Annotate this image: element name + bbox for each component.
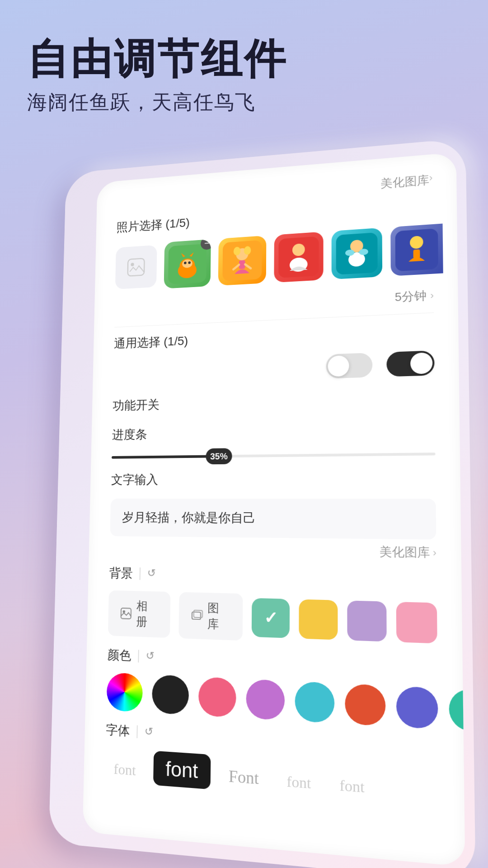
svg-rect-29 (193, 610, 202, 618)
bg-swatch-purple[interactable] (347, 600, 387, 642)
phone-mockup: 美化图库 › 照片选择 (1/5) (49, 138, 476, 868)
thumb-image-3 (274, 231, 323, 283)
font-refresh-icon[interactable]: ↺ (145, 725, 159, 740)
photo-thumb-3[interactable] (274, 231, 323, 283)
page-subtitle: 海阔任鱼跃，天高任鸟飞 (27, 89, 287, 116)
bg-refresh-icon[interactable]: ↺ (147, 567, 161, 581)
feature-label: 功能开关 (113, 389, 435, 414)
progress-track[interactable]: 35% (112, 453, 436, 459)
divider-vertical-3 (136, 725, 137, 738)
color-section-header: 颜色 ↺ (108, 646, 438, 678)
album-button[interactable]: 相册 (108, 590, 170, 638)
text-library-chevron-icon: › (433, 547, 436, 559)
toggle-on-thumb (410, 352, 432, 374)
photos-section: 照片选择 (1/5) (115, 197, 434, 292)
color-refresh-icon[interactable]: ↺ (145, 649, 160, 664)
text-library-link-text: 美化图库 (379, 544, 430, 561)
library-link-text: 美化图库 (380, 172, 429, 192)
progress-fill (112, 455, 219, 458)
color-wheel-picker[interactable] (106, 672, 143, 712)
thumb-image-5 (390, 224, 443, 276)
bg-options-row: 相册 图库 (108, 590, 437, 648)
general-section: 通用选择 (1/5) (113, 322, 434, 385)
feature-section: 功能开关 (113, 389, 435, 414)
background-section: 背景 ↺ 相册 (108, 565, 437, 648)
bg-swatch-green[interactable] (252, 598, 290, 638)
general-label: 通用选择 (1/5) (114, 322, 434, 352)
thumb-image-2 (218, 236, 267, 286)
color-blue[interactable] (396, 686, 438, 729)
font-sample-selected[interactable]: font (153, 751, 211, 790)
progress-section: 进度条 35% (112, 421, 436, 459)
add-photo-icon (126, 256, 146, 278)
color-purple[interactable] (246, 679, 285, 721)
svg-rect-25 (413, 249, 420, 259)
font-sample-4[interactable]: font (277, 767, 321, 798)
color-orange[interactable] (345, 684, 385, 726)
font-sample-3[interactable]: Font (220, 761, 268, 794)
gallery-icon (191, 609, 203, 622)
color-title: 颜色 (108, 646, 131, 665)
chevron-right-icon: › (429, 172, 432, 188)
color-pink[interactable] (198, 677, 236, 718)
album-label: 相册 (136, 598, 159, 630)
divider-vertical-2 (138, 650, 139, 662)
photo-thumb-5[interactable] (390, 224, 443, 276)
toggle-on[interactable] (386, 350, 434, 377)
color-options-row (106, 672, 438, 729)
svg-rect-15 (278, 236, 319, 278)
toggle-off-thumb (328, 355, 349, 377)
svg-point-1 (131, 263, 134, 266)
bg-swatch-yellow[interactable] (299, 599, 338, 640)
gallery-button[interactable]: 图库 (178, 592, 243, 641)
color-teal[interactable] (295, 681, 335, 723)
gallery-label: 图库 (207, 600, 230, 632)
album-icon (120, 607, 132, 620)
bg-section-header: 背景 ↺ (109, 565, 436, 589)
font-sample-5[interactable]: font (330, 771, 374, 802)
font-title: 字体 (106, 721, 130, 740)
toggle-off[interactable] (326, 353, 373, 378)
text-input-section: 文字输入 岁月轻描，你就是你自己 美化图库 › (110, 469, 436, 561)
time-value: 5分钟 (395, 288, 427, 306)
svg-rect-28 (192, 612, 200, 619)
divider-vertical-1 (140, 567, 141, 580)
card-content: 美化图库 › 照片选择 (1/5) (83, 152, 465, 867)
photo-thumb-2[interactable] (218, 236, 267, 286)
time-row[interactable]: 5分钟 › (115, 288, 434, 319)
svg-rect-0 (128, 258, 145, 276)
photo-thumb-1[interactable] (164, 239, 211, 288)
color-cyan[interactable] (449, 689, 465, 732)
page-title: 自由调节组件 (27, 36, 287, 82)
bg-swatch-pink[interactable] (396, 602, 437, 643)
progress-label: 进度条 (112, 421, 435, 443)
header-section: 自由调节组件 海阔任鱼跃，天高任鸟飞 (27, 36, 287, 116)
bg-title: 背景 (109, 565, 133, 582)
progress-thumb[interactable]: 35% (206, 448, 232, 464)
color-section: 颜色 ↺ (106, 646, 438, 729)
time-chevron-icon: › (430, 289, 434, 302)
photos-row (115, 224, 434, 292)
text-input-field[interactable]: 岁月轻描，你就是你自己 (110, 499, 436, 540)
text-library-link[interactable]: 美化图库 › (110, 541, 436, 561)
toggles-row (113, 350, 434, 385)
color-black[interactable] (152, 675, 189, 715)
photo-thumb-4[interactable] (332, 228, 383, 280)
text-input-label: 文字输入 (111, 469, 436, 488)
text-input-value: 岁月轻描，你就是你自己 (122, 510, 256, 525)
add-photo-button[interactable] (115, 245, 157, 289)
font-sample-1[interactable]: font (105, 755, 145, 784)
progress-value: 35% (210, 451, 228, 462)
thumb-image-4 (332, 228, 383, 280)
inner-card: 美化图库 › 照片选择 (1/5) (83, 152, 465, 867)
thumb-image-1 (164, 239, 211, 288)
font-section: 字体 ↺ font font Font font font (105, 721, 439, 807)
